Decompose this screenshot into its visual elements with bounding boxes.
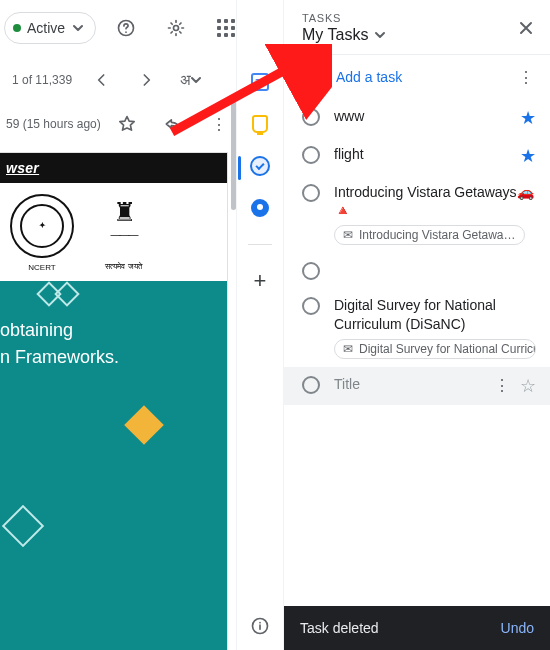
help-button[interactable] (106, 8, 146, 48)
task-more-button[interactable] (494, 376, 510, 395)
side-panel-rail: + (236, 0, 284, 650)
tasks-list-name: My Tasks (302, 26, 368, 44)
task-title[interactable]: flight (334, 145, 506, 163)
plus-icon: + (254, 270, 267, 292)
input-tools-label: अ (180, 71, 191, 89)
pagination-count: 1 of 11,339 (12, 73, 72, 87)
task-title[interactable]: Digital Survey for National Curriculum (… (334, 296, 536, 332)
message-timestamp: 59 (15 hours ago) (6, 117, 101, 131)
national-emblem-icon: सत्यमेव जयते (92, 194, 156, 258)
tasks-list-picker[interactable]: My Tasks (302, 26, 536, 44)
task-complete-toggle[interactable] (302, 108, 320, 126)
task-main: flight (334, 145, 506, 163)
hero-line-2: n Frameworks. (0, 344, 215, 371)
apps-grid-icon (217, 19, 235, 37)
rail-tasks[interactable] (250, 156, 270, 176)
emblem-caption: सत्यमेव जयते (105, 262, 142, 272)
task-main: Introducing Vistara Getaways🚗🔺✉Introduci… (334, 183, 536, 245)
reply-icon (163, 114, 183, 134)
add-task-row[interactable]: Add a task (284, 55, 550, 99)
gmail-pane: Active 1 of 11,339 अ 59 (15 hours ago) (0, 0, 236, 650)
task-complete-toggle[interactable] (302, 262, 320, 280)
vertical-dots-icon (211, 115, 227, 134)
task-main: Digital Survey for National Curriculum (… (334, 296, 536, 358)
chevron-down-icon (73, 23, 83, 33)
rail-add-addon[interactable]: + (250, 271, 270, 291)
org-seal-icon: ✦ NCERT (10, 194, 74, 258)
diamond-solid-icon (124, 405, 164, 445)
rail-divider (248, 244, 272, 245)
prev-page-button[interactable] (82, 60, 122, 100)
svg-point-1 (174, 26, 179, 31)
close-icon (518, 20, 534, 36)
embedded-browser-title: wser (6, 160, 39, 176)
chevron-right-icon (136, 70, 156, 90)
gmail-topbar: Active (0, 0, 236, 56)
presence-chip[interactable]: Active (4, 12, 96, 44)
calendar-icon (251, 73, 269, 91)
embedded-browser-bar: wser (0, 153, 227, 183)
info-icon (250, 616, 270, 636)
tasks-list-menu-button[interactable] (518, 68, 534, 87)
rail-hide-panel[interactable] (250, 616, 270, 636)
task-complete-toggle[interactable] (302, 146, 320, 164)
task-row[interactable]: Digital Survey for National Curriculum (… (284, 288, 550, 366)
task-complete-toggle[interactable] (302, 184, 320, 202)
task-row[interactable]: Title☆ (284, 367, 550, 405)
document-letterhead: ✦ NCERT सत्यमेव जयते (0, 183, 227, 275)
input-tools-button[interactable]: अ (170, 60, 210, 100)
task-row[interactable]: flight★ (284, 137, 550, 175)
tasks-panel: TASKS My Tasks Add a task www★flight★Int… (284, 0, 550, 650)
chevron-down-icon (374, 29, 386, 41)
task-main: www (334, 107, 506, 125)
task-complete-toggle[interactable] (302, 376, 320, 394)
vertical-dots-icon (518, 70, 534, 86)
task-star-button[interactable]: ★ (520, 107, 536, 129)
task-complete-toggle[interactable] (302, 297, 320, 315)
star-outline-icon (117, 114, 137, 134)
task-title[interactable]: Introducing Vistara Getaways🚗🔺 (334, 183, 536, 219)
star-message-button[interactable] (107, 104, 147, 144)
gmail-pagination-toolbar: 1 of 11,339 अ (0, 56, 236, 104)
diamond-outline-icon (2, 505, 44, 547)
envelope-icon: ✉ (343, 342, 353, 356)
presence-label: Active (27, 20, 65, 36)
snackbar-undo-button[interactable]: Undo (501, 620, 534, 636)
task-row[interactable]: www★ (284, 99, 550, 137)
chevron-left-icon (92, 70, 112, 90)
keep-icon (252, 115, 268, 133)
add-task-label: Add a task (336, 69, 402, 85)
tasks-icon (250, 156, 270, 176)
message-meta-row: 59 (15 hours ago) (0, 104, 236, 144)
task-main: Title (334, 375, 480, 393)
snackbar-message: Task deleted (300, 620, 379, 636)
task-star-button[interactable]: ☆ (520, 375, 536, 397)
settings-button[interactable] (156, 8, 196, 48)
tasks-header: TASKS My Tasks (284, 0, 550, 55)
tasks-close-button[interactable] (512, 14, 540, 47)
apps-button[interactable] (206, 8, 236, 48)
chevron-down-icon (191, 75, 201, 85)
rail-contacts[interactable] (250, 198, 270, 218)
task-row[interactable]: Introducing Vistara Getaways🚗🔺✉Introduci… (284, 175, 550, 253)
task-title[interactable]: www (334, 107, 506, 125)
task-row[interactable] (284, 253, 550, 288)
task-source-email-chip[interactable]: ✉Digital Survey for National Curricu… (334, 339, 536, 359)
document-hero: obtaining n Frameworks. (0, 281, 227, 650)
task-star-button[interactable]: ★ (520, 145, 536, 167)
presence-dot-icon (13, 24, 21, 32)
diamond-outline-icon (54, 281, 79, 306)
task-row-actions: ☆ (494, 375, 536, 397)
rail-calendar[interactable] (250, 72, 270, 92)
gear-icon (166, 18, 186, 38)
tasks-app-label: TASKS (302, 12, 536, 24)
task-source-email-label: Digital Survey for National Curricu… (359, 342, 536, 356)
task-title[interactable]: Title (334, 375, 480, 393)
next-page-button[interactable] (126, 60, 166, 100)
tasks-list: www★flight★Introducing Vistara Getaways🚗… (284, 99, 550, 650)
task-source-email-chip[interactable]: ✉Introducing Vistara Getawa… (334, 225, 525, 245)
rail-keep[interactable] (250, 114, 270, 134)
snackbar: Task deleted Undo (284, 606, 550, 650)
reply-button[interactable] (153, 104, 193, 144)
hero-line-1: obtaining (0, 317, 215, 344)
